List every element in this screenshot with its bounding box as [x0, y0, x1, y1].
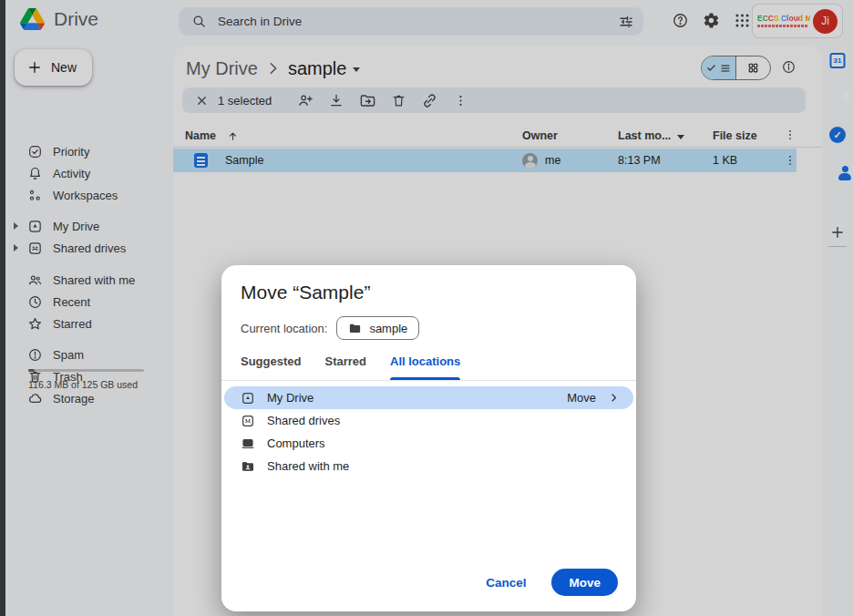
current-location-label: Current location:	[241, 322, 327, 335]
location-label: My Drive	[267, 391, 313, 405]
shared-folder-icon	[241, 459, 255, 474]
location-item-shared-with-me[interactable]: Shared with me	[224, 455, 633, 477]
my-drive-icon	[241, 391, 255, 406]
dialog-title: Move “Sample”	[241, 282, 370, 303]
cancel-button[interactable]: Cancel	[486, 576, 526, 590]
location-label: Shared with me	[267, 459, 349, 473]
location-list: My Drive Move Shared drives Computers Sh…	[224, 386, 633, 477]
computers-icon	[241, 436, 255, 451]
current-location-chip[interactable]: sample	[336, 316, 419, 340]
move-dialog: Move “Sample” Current location: sample S…	[221, 265, 636, 611]
shared-drives-icon	[241, 414, 255, 428]
current-location-value: sample	[369, 322, 407, 335]
location-item-shared-drives[interactable]: Shared drives	[224, 409, 633, 432]
tab-starred[interactable]: Starred	[324, 353, 366, 380]
location-item-my-drive[interactable]: My Drive Move	[224, 386, 633, 409]
location-label: Shared drives	[267, 414, 340, 427]
folder-icon	[348, 322, 362, 335]
tab-suggested[interactable]: Suggested	[241, 353, 301, 380]
location-label: Computers	[267, 436, 325, 450]
tabs-divider	[221, 380, 636, 381]
move-button[interactable]: Move	[551, 569, 618, 596]
row-move-label[interactable]: Move	[567, 391, 596, 405]
chevron-right-icon[interactable]	[608, 392, 620, 404]
dialog-tabs: Suggested Starred All locations	[241, 353, 636, 380]
location-item-computers[interactable]: Computers	[224, 432, 633, 455]
tab-all-locations[interactable]: All locations	[390, 353, 460, 380]
